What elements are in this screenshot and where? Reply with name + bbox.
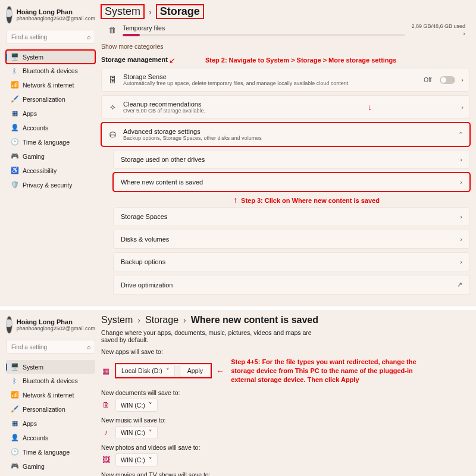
storage-sense-title: Storage Sense bbox=[123, 73, 418, 80]
sidebar-item-system[interactable]: 🖥️System bbox=[6, 360, 95, 374]
nav-icon: 🕒 bbox=[11, 138, 18, 146]
nav-list: 🖥️SystemᛒBluetooth & devices📶Network & i… bbox=[6, 50, 95, 192]
chevron-right-icon: › bbox=[183, 315, 186, 325]
storage-sense-icon: 🗄 bbox=[108, 76, 117, 84]
temp-files-row[interactable]: 🗑 Temporary files 2,89 GB/48,6 GB used › bbox=[101, 22, 470, 40]
storage-mgmt-title: Storage management bbox=[101, 56, 168, 63]
advanced-storage-row[interactable]: ⛁ Advanced storage settings Backup optio… bbox=[101, 123, 470, 146]
chevron-right-icon: › bbox=[149, 7, 152, 17]
nav-icon: 📶 bbox=[11, 81, 18, 89]
sidebar-item-privacy-security[interactable]: 🛡️Privacy & security bbox=[6, 178, 95, 192]
nav-label: Apps bbox=[23, 420, 37, 427]
toggle-label: Off bbox=[424, 77, 431, 83]
chevron-right-icon: › bbox=[463, 30, 465, 37]
chevron-right-icon: › bbox=[137, 315, 140, 325]
search-input[interactable] bbox=[11, 344, 87, 350]
user-email: phanhoanglong2502@gmail.com bbox=[17, 325, 95, 331]
crumb-storage[interactable]: Storage bbox=[145, 315, 178, 325]
nav-icon: ᛒ bbox=[11, 377, 18, 384]
intro-text: Change where your apps, documents, music… bbox=[101, 329, 315, 343]
nav-label: Bluetooth & devices bbox=[23, 67, 78, 74]
user-block[interactable]: Hoàng Long Phan phanhoanglong2502@gmail.… bbox=[6, 316, 95, 334]
nav-label: Network & internet bbox=[23, 392, 74, 399]
storage-sense-toggle[interactable] bbox=[440, 76, 455, 84]
sidebar-item-personalization[interactable]: 🖌️Personalization bbox=[6, 402, 95, 416]
storage-sense-row[interactable]: 🗄 Storage Sense Automatically free up sp… bbox=[101, 68, 470, 92]
drive-select[interactable]: Local Disk (D:) ˅ bbox=[116, 364, 175, 377]
arrow-left-icon: ← bbox=[216, 367, 224, 375]
sidebar-item-accessibility[interactable]: ♿Accessibility bbox=[6, 474, 95, 476]
adv-item-title: Where new content is saved bbox=[121, 178, 454, 186]
sidebar-item-apps[interactable]: ▦Apps bbox=[6, 107, 95, 120]
user-block[interactable]: Hoàng Long Phan phanhoanglong2502@gmail.… bbox=[6, 6, 95, 24]
nav-icon: 🖥️ bbox=[11, 53, 18, 61]
sidebar-item-bluetooth-devices[interactable]: ᛒBluetooth & devices bbox=[6, 374, 95, 387]
sidebar-item-accounts[interactable]: 👤Accounts bbox=[6, 431, 95, 444]
nav-label: System bbox=[23, 54, 43, 61]
crumb-system[interactable]: System bbox=[101, 315, 133, 325]
drive-select[interactable]: WIN (C:) ˅ bbox=[115, 453, 158, 466]
adv-item-drive-optimization[interactable]: Drive optimization↗ bbox=[113, 275, 470, 295]
adv-item-title: Backup options bbox=[121, 258, 454, 265]
sidebar-item-apps[interactable]: ▦Apps bbox=[6, 416, 95, 430]
temp-bar bbox=[123, 34, 405, 36]
adv-item-title: Storage used on other drives bbox=[121, 156, 454, 163]
chevron-right-icon: › bbox=[460, 236, 462, 243]
crumb-system[interactable]: System bbox=[101, 5, 144, 18]
category-icon: 🖼 bbox=[101, 455, 111, 464]
user-email: phanhoanglong2502@gmail.com bbox=[17, 15, 95, 21]
sidebar-item-gaming[interactable]: 🎮Gaming bbox=[6, 149, 95, 163]
sidebar-item-network-internet[interactable]: 📶Network & internet bbox=[6, 388, 95, 402]
adv-item-title: Drive optimization bbox=[121, 281, 451, 289]
nav-icon: ▦ bbox=[11, 109, 18, 117]
nav-label: Privacy & security bbox=[23, 181, 72, 189]
nav-label: Personalization bbox=[23, 96, 65, 103]
search-icon: ⌕ bbox=[87, 33, 91, 40]
save-label: New movies and TV shows will save to: bbox=[101, 471, 470, 476]
adv-item-title: Disks & volumes bbox=[121, 236, 454, 243]
chevron-down-icon: ˅ bbox=[166, 367, 170, 374]
adv-item-backup-options[interactable]: Backup options› bbox=[113, 252, 470, 271]
chevron-down-icon: ˅ bbox=[149, 456, 152, 464]
sidebar-item-accessibility[interactable]: ♿Accessibility bbox=[6, 164, 95, 177]
drive-select[interactable]: WIN (C:) ˅ bbox=[115, 426, 158, 439]
category-icon: 🗎 bbox=[101, 400, 111, 409]
sidebar-item-time-language[interactable]: 🕒Time & language bbox=[6, 135, 95, 149]
adv-item-where-new-content-is-saved[interactable]: Where new content is saved› bbox=[113, 173, 470, 192]
cleanup-title: Cleanup recommendations bbox=[123, 101, 362, 108]
nav-icon: ▦ bbox=[11, 419, 18, 427]
external-link-icon: ↗ bbox=[457, 281, 462, 289]
sidebar-item-personalization[interactable]: 🖌️Personalization bbox=[6, 92, 95, 106]
adv-item-disks-volumes[interactable]: Disks & volumes› bbox=[113, 230, 470, 249]
storage-sense-desc: Automatically free up space, delete temp… bbox=[123, 80, 418, 86]
show-more-categories[interactable]: Show more categories bbox=[101, 43, 470, 50]
search-box[interactable]: ⌕ bbox=[6, 340, 95, 354]
adv-item-title: Storage Spaces bbox=[121, 213, 454, 220]
apply-button[interactable]: Apply bbox=[180, 364, 211, 377]
search-box[interactable]: ⌕ bbox=[6, 30, 95, 44]
crumb-storage: Storage bbox=[156, 5, 203, 18]
sidebar-item-accounts[interactable]: 👤Accounts bbox=[6, 121, 95, 134]
temp-used: 2,89 GB/48,6 GB used bbox=[411, 23, 465, 29]
annotation-step2: Step 2: Navigate to System > Storage > M… bbox=[205, 57, 397, 64]
category-icon: ♪ bbox=[101, 428, 111, 437]
sidebar-item-bluetooth-devices[interactable]: ᛒBluetooth & devices bbox=[6, 64, 95, 77]
sidebar: Hoàng Long Phan phanhoanglong2502@gmail.… bbox=[6, 315, 95, 476]
panel-storage: Hoàng Long Phan phanhoanglong2502@gmail.… bbox=[0, 0, 476, 306]
temp-files-title: Temporary files bbox=[123, 24, 165, 32]
chevron-down-icon: ˅ bbox=[149, 402, 152, 409]
arrow-down-icon: ↓ bbox=[368, 102, 372, 112]
sidebar-item-gaming[interactable]: 🎮Gaming bbox=[6, 459, 95, 473]
nav-icon: 🎮 bbox=[11, 462, 18, 470]
drive-select[interactable]: WIN (C:) ˅ bbox=[115, 399, 158, 412]
sidebar: Hoàng Long Phan phanhoanglong2502@gmail.… bbox=[6, 5, 95, 192]
sidebar-item-network-internet[interactable]: 📶Network & internet bbox=[6, 78, 95, 92]
search-input[interactable] bbox=[11, 34, 87, 40]
sidebar-item-system[interactable]: 🖥️System bbox=[6, 50, 95, 64]
chevron-down-icon: ˅ bbox=[149, 429, 152, 436]
nav-icon: 🛡️ bbox=[11, 181, 18, 189]
cleanup-row[interactable]: ✧ Cleanup recommendations Over 5,00 GB o… bbox=[101, 95, 470, 119]
adv-item-storage-used-on-other-drives[interactable]: Storage used on other drives› bbox=[113, 150, 470, 169]
adv-item-storage-spaces[interactable]: Storage Spaces› bbox=[113, 207, 470, 226]
sidebar-item-time-language[interactable]: 🕒Time & language bbox=[6, 445, 95, 459]
